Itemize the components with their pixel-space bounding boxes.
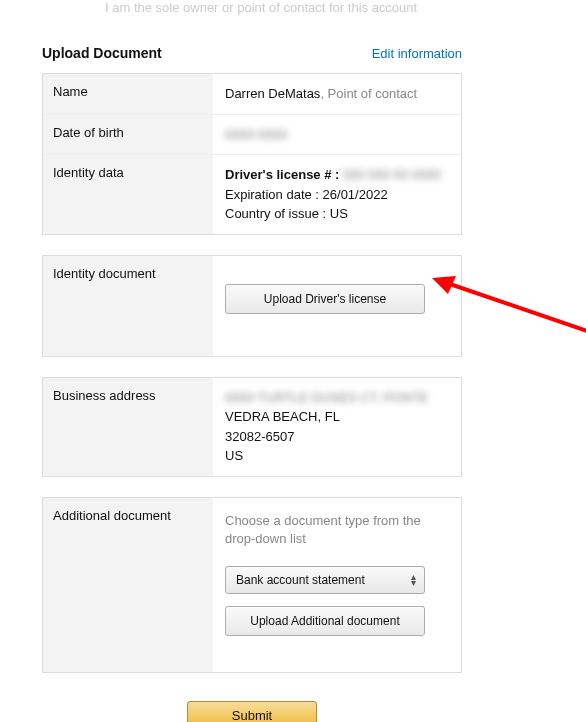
upload-drivers-license-button[interactable]: Upload Driver's license [225,284,425,314]
edit-information-link[interactable]: Edit information [372,46,462,61]
value-name: Darren DeMatas, Point of contact [213,74,461,114]
address-line1-hidden: 0000 TURTLE DUNES CT, PONTE [225,390,428,405]
page-title: Upload Document [42,45,162,61]
submit-wrap: Submit [42,693,462,722]
document-type-selected: Bank account statement [236,573,365,587]
document-type-select-wrap: Bank account statement ▴▾ [225,566,425,594]
address-line2: VEDRA BEACH, FL [225,407,449,427]
address-line4: US [225,446,449,466]
label-business-address: Business address [43,378,213,476]
name-role: , Point of contact [320,86,417,101]
value-identity: Driver's license # : 000 000 00 0000 Exp… [213,155,461,234]
additional-document-panel: Additional document Choose a document ty… [42,497,462,673]
business-address-panel: Business address 0000 TURTLE DUNES CT, P… [42,377,462,477]
submit-button[interactable]: Submit [187,701,317,722]
expiration-line: Expiration date : 26/01/2022 [225,185,449,205]
license-hidden: 000 000 00 0000 [343,167,441,182]
upload-additional-document-button[interactable]: Upload Additional document [225,606,425,636]
info-panel: Name Darren DeMatas, Point of contact Da… [42,73,462,235]
label-dob: Date of birth [43,115,213,155]
row-name: Name Darren DeMatas, Point of contact [43,74,461,115]
value-dob: 0000-0000 [213,115,461,155]
document-type-select[interactable]: Bank account statement ▴▾ [225,566,425,594]
identity-doc-value: Upload Driver's license [213,256,461,356]
header-row: Upload Document Edit information [42,15,462,73]
dob-hidden: 0000-0000 [225,127,287,142]
row-identity-doc: Identity document Upload Driver's licens… [43,256,461,356]
label-identity: Identity data [43,155,213,234]
value-business-address: 0000 TURTLE DUNES CT, PONTE VEDRA BEACH,… [213,378,461,476]
row-additional-doc: Additional document Choose a document ty… [43,498,461,672]
name-text: Darren DeMatas [225,86,320,101]
identity-document-panel: Identity document Upload Driver's licens… [42,255,462,357]
label-identity-doc: Identity document [43,256,213,356]
license-label: Driver's license # : [225,167,339,182]
truncated-header-text: I am the sole owner or point of contact … [0,0,586,15]
label-name: Name [43,74,213,114]
row-business-address: Business address 0000 TURTLE DUNES CT, P… [43,378,461,476]
row-identity: Identity data Driver's license # : 000 0… [43,155,461,234]
additional-doc-value: Choose a document type from the drop-dow… [213,498,461,672]
svg-line-0 [444,282,586,332]
country-line: Country of issue : US [225,204,449,224]
additional-doc-instruction: Choose a document type from the drop-dow… [225,512,449,548]
row-dob: Date of birth 0000-0000 [43,115,461,156]
chevron-updown-icon: ▴▾ [411,574,416,586]
label-additional-doc: Additional document [43,498,213,672]
address-line3: 32082-6507 [225,427,449,447]
